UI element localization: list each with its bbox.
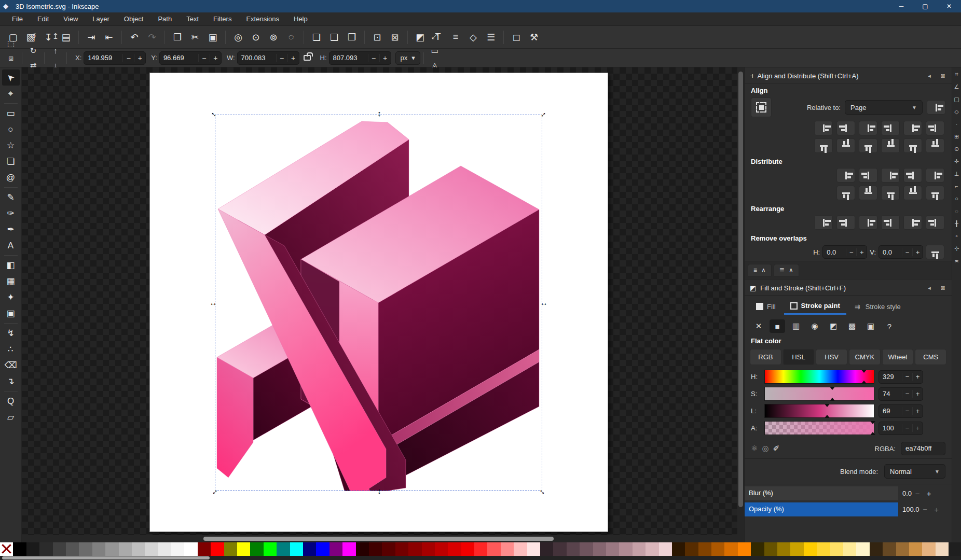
menu-object[interactable]: Object <box>117 13 150 25</box>
palette-swatch[interactable] <box>290 542 303 556</box>
palette-swatch[interactable] <box>804 542 817 556</box>
color-tab-hsv[interactable]: HSV <box>816 349 847 365</box>
swatch-icon[interactable]: ▩ <box>844 319 860 333</box>
palette-swatch[interactable] <box>593 542 606 556</box>
color-wheel-icon[interactable]: ⚛ <box>751 444 758 453</box>
tweak-tool[interactable]: ↯ <box>2 325 20 341</box>
export-icon[interactable]: ⇤ <box>100 29 118 46</box>
align-dialog-icon[interactable]: ☰ <box>482 29 500 46</box>
maximize-button[interactable]: ▢ <box>913 0 937 12</box>
align-vertical-button-3[interactable] <box>859 138 877 153</box>
canvas[interactable]: ↔ ↕ ↔ ↔ ↔ ↔ ↕ ↔ <box>22 67 737 542</box>
layers-dialog-icon[interactable]: ≡ <box>447 29 464 46</box>
distribute-vertical-button-1[interactable] <box>836 186 855 200</box>
menu-filters[interactable]: Filters <box>207 13 238 25</box>
palette-swatch[interactable] <box>777 542 790 556</box>
rearrange-button-4[interactable] <box>881 215 900 230</box>
value-input[interactable] <box>879 373 902 381</box>
palette-swatch[interactable] <box>501 542 514 556</box>
align-vertical-button-6[interactable] <box>926 138 944 153</box>
overlap-v-increment[interactable]: + <box>912 248 923 256</box>
select-same-fill-icon[interactable]: ⊡ <box>368 29 386 46</box>
palette-swatch[interactable] <box>382 542 395 556</box>
unknown-paint-icon[interactable]: ? <box>882 319 897 333</box>
palette-swatch[interactable] <box>580 542 593 556</box>
rgba-value-field[interactable]: ea74b0ff <box>901 442 945 455</box>
distribute-horizontal-button-2[interactable] <box>859 168 877 183</box>
distribute-vertical-button-4[interactable] <box>903 186 922 200</box>
y-increment-button[interactable]: + <box>210 54 221 62</box>
align-vertical-button-2[interactable] <box>836 138 855 153</box>
w-increment-button[interactable]: + <box>287 54 299 62</box>
palette-swatch[interactable] <box>171 542 184 556</box>
vscroll-thumb[interactable] <box>738 72 743 507</box>
palette-swatch[interactable] <box>422 542 435 556</box>
zoom-selection-icon[interactable]: ◎ <box>229 29 247 46</box>
scale-handle-ne[interactable]: ↔ <box>537 108 549 120</box>
pattern-icon[interactable]: ◩ <box>826 319 841 333</box>
distribute-vertical-button-2[interactable] <box>859 186 877 200</box>
palette-swatch[interactable] <box>817 542 830 556</box>
linear-gradient-icon[interactable]: ▥ <box>788 319 804 333</box>
objects-dock-tab[interactable]: ≣∧ <box>774 264 799 276</box>
gradient-tool[interactable]: ◧ <box>2 257 20 273</box>
overlap-v-decrement[interactable]: − <box>902 248 912 256</box>
distribute-vertical-button-5[interactable] <box>926 186 944 200</box>
align-horizontal-button-2[interactable] <box>836 121 855 135</box>
snap-option-9-icon[interactable]: ⊥ <box>953 170 960 178</box>
preferences-icon[interactable]: ⚒ <box>525 29 543 46</box>
w-decrement-button[interactable]: − <box>276 54 287 62</box>
palette-swatch[interactable] <box>145 542 158 556</box>
select-same-stroke-icon[interactable]: ⊠ <box>386 29 404 46</box>
snap-option-5-icon[interactable]: · <box>953 120 960 128</box>
panel-close-button[interactable]: ⊠ <box>938 284 948 292</box>
palette-swatch[interactable] <box>724 542 737 556</box>
rearrange-button-3[interactable] <box>859 215 877 230</box>
h-slider[interactable] <box>764 370 874 384</box>
opacity-row[interactable]: Opacity (%) 100.0 − + <box>745 502 952 516</box>
y-decrement-button[interactable]: − <box>198 54 210 62</box>
opacity-decrement[interactable]: − <box>919 505 931 514</box>
lock-ratio-icon[interactable] <box>304 55 311 61</box>
box3d-tool[interactable]: ❏ <box>2 153 20 170</box>
palette-swatch[interactable] <box>184 542 197 556</box>
overlap-h-input[interactable] <box>823 248 846 256</box>
raise-to-top-icon[interactable]: ↥ <box>48 29 63 44</box>
dropper-tool[interactable]: ✦ <box>2 289 20 305</box>
snap-option-6-icon[interactable]: ⊞ <box>953 133 960 141</box>
snap-option-12-icon[interactable]: ◌ <box>953 207 960 215</box>
menu-edit[interactable]: Edit <box>31 13 56 25</box>
palette-swatch[interactable] <box>659 542 672 556</box>
import-icon[interactable]: ⇥ <box>83 29 100 46</box>
palette-swatch[interactable] <box>132 542 145 556</box>
distribute-horizontal-button-3[interactable] <box>881 168 900 183</box>
palette-swatch[interactable] <box>435 542 448 556</box>
cut-icon[interactable]: ✂ <box>186 29 204 46</box>
relative-to-dropdown[interactable]: Page▼ <box>845 100 923 115</box>
distribute-horizontal-button-1[interactable] <box>836 168 855 183</box>
l-slider[interactable] <box>764 404 874 418</box>
palette-swatch[interactable] <box>883 542 896 556</box>
palette-swatch[interactable] <box>646 542 658 556</box>
palette-swatch[interactable] <box>303 542 316 556</box>
paste-icon[interactable]: ▣ <box>204 29 222 46</box>
canvas-vertical-scrollbar[interactable] <box>737 67 744 535</box>
selector-tool[interactable]: ➤ <box>2 69 20 86</box>
scale-handle-s[interactable]: ↕ <box>375 487 383 496</box>
panel-float-button[interactable]: ◂ <box>925 284 934 292</box>
blur-decrement[interactable]: − <box>912 489 923 498</box>
align-horizontal-button-4[interactable] <box>881 121 900 135</box>
w-input[interactable] <box>238 54 276 62</box>
document-properties-icon[interactable]: ◻ <box>507 29 525 46</box>
connector-tool[interactable]: ↴ <box>2 373 20 389</box>
palette-swatch[interactable] <box>369 542 382 556</box>
palette-swatch[interactable] <box>198 542 211 556</box>
tab-stroke-paint[interactable]: Stroke paint <box>784 299 846 315</box>
scale-handle-se[interactable]: ↔ <box>537 486 549 498</box>
decrement-button[interactable]: − <box>902 390 912 398</box>
palette-swatch[interactable] <box>606 542 619 556</box>
palette-swatch[interactable] <box>356 542 369 556</box>
zoom-tool[interactable]: Q <box>2 393 20 409</box>
scale-handle-nw[interactable]: ↔ <box>209 108 221 120</box>
palette-swatch[interactable] <box>527 542 540 556</box>
